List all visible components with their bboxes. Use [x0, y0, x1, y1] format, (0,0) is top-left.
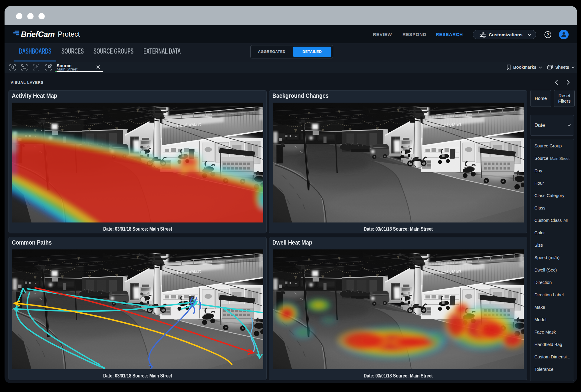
svg-text:?: ?	[547, 32, 549, 37]
